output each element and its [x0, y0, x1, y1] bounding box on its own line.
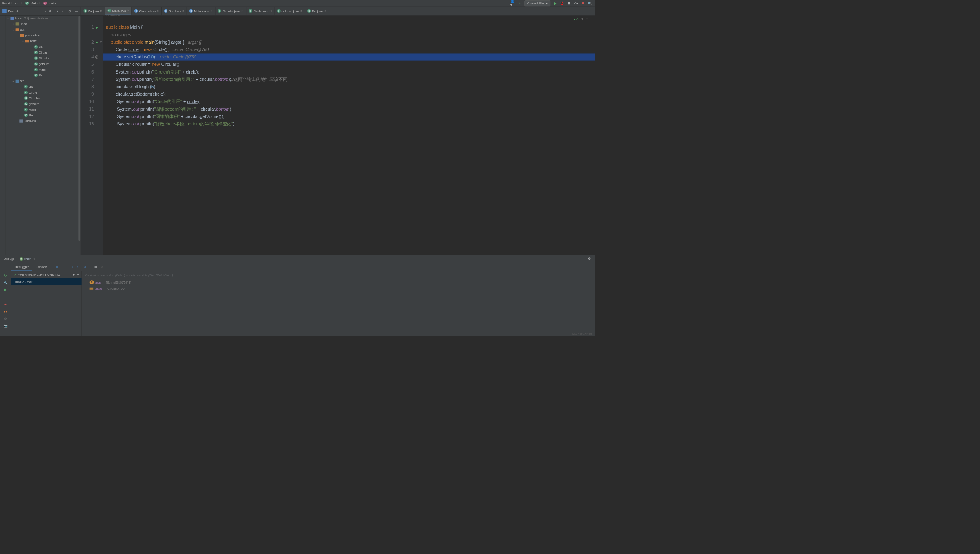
fold-mark[interactable]	[99, 98, 103, 105]
tab-Circle.class[interactable]: CCircle.class×	[132, 7, 162, 15]
line-number[interactable]: 2▶	[81, 38, 99, 46]
code-line[interactable]: circular.setHeight(5);	[103, 83, 595, 90]
code-line[interactable]: Circle circle = new Circle(); circle: Ci…	[103, 46, 595, 53]
hide-icon[interactable]: —	[75, 9, 78, 13]
line-number[interactable]: 1▶	[81, 24, 99, 31]
tree-item[interactable]: lianxi.iml	[5, 118, 80, 124]
tab-Circle.java[interactable]: CCircle.java×	[246, 7, 274, 15]
variable-row[interactable]: ›circle = {Circle@760}	[82, 286, 595, 292]
fold-mark[interactable]	[99, 61, 103, 68]
chevron-icon[interactable]: ⌄	[7, 16, 11, 20]
tab-Ba.java[interactable]: CBa.java×	[81, 7, 105, 15]
code-line[interactable]: System.out.println("修改circle半径, bottom的半…	[103, 120, 595, 127]
modify-icon[interactable]: 🔧	[4, 281, 8, 284]
tab-getsum.java[interactable]: Cgetsum.java×	[274, 7, 305, 15]
debug-icon[interactable]: 🐞	[560, 1, 564, 5]
line-number[interactable]: 12	[81, 113, 99, 120]
settings-icon[interactable]: ⚙	[68, 9, 71, 13]
collapse-all-icon[interactable]: ⇤	[62, 9, 65, 13]
fold-mark[interactable]	[99, 24, 103, 31]
close-icon[interactable]: ×	[100, 9, 102, 13]
code-area[interactable]: no usages public class Main { no usages …	[103, 16, 595, 255]
project-dropdown-icon[interactable]: ▾	[45, 9, 46, 13]
close-icon[interactable]: ×	[127, 9, 129, 13]
variable-row[interactable]: Pargs = {String[0]@758} []	[82, 279, 595, 286]
breadcrumb-method[interactable]: main	[49, 1, 56, 5]
tree-item[interactable]: C Ra	[5, 72, 80, 78]
chevron-icon[interactable]: ⌄	[11, 28, 16, 31]
fold-mark[interactable]	[99, 113, 103, 120]
tree-item[interactable]: ⌄ lianxiD:\javacode\lianxi	[5, 16, 80, 21]
line-number[interactable]: 4	[81, 53, 99, 60]
close-icon[interactable]: ×	[211, 9, 213, 13]
run-gutter-icon[interactable]: ▶	[96, 25, 98, 29]
tree-item[interactable]: ⌄ out	[5, 27, 80, 33]
tab-Main.java[interactable]: CMain.java×	[105, 7, 132, 15]
line-number[interactable]: 6	[81, 68, 99, 76]
line-number[interactable]: 7	[81, 76, 99, 83]
line-number[interactable]: 8	[81, 83, 99, 90]
fold-mark[interactable]	[99, 31, 103, 38]
add-watch-icon[interactable]: +	[589, 273, 591, 277]
tree-item[interactable]: C Main	[5, 107, 80, 112]
tree-item[interactable]: ⌄ production	[5, 32, 80, 38]
line-number[interactable]: 5	[81, 61, 99, 68]
line-gutter[interactable]: 1▶2▶345678910111213	[81, 16, 99, 255]
fold-mark[interactable]	[99, 105, 103, 113]
stop-icon[interactable]: ■	[4, 302, 7, 306]
build-icon[interactable]: ↘	[517, 1, 522, 5]
step-over-icon[interactable]: ⤴	[66, 265, 68, 269]
close-icon[interactable]: ×	[300, 9, 302, 13]
code-line[interactable]: System.out.println("Circle的引用" + circle)…	[103, 98, 595, 105]
fold-mark[interactable]	[99, 90, 103, 98]
tree-item[interactable]: › .idea	[5, 21, 80, 27]
tree-item[interactable]: C Ra	[5, 112, 80, 118]
project-title[interactable]: Project	[8, 9, 44, 13]
pause-icon[interactable]: ⏸	[4, 295, 7, 299]
code-line[interactable]: public static void main(String[] args) {…	[103, 38, 595, 46]
scrollbar[interactable]	[78, 16, 80, 241]
run-icon[interactable]: ▶	[553, 1, 557, 5]
search-icon[interactable]: 🔍	[588, 1, 592, 5]
evaluate-icon[interactable]: ▦	[94, 265, 97, 269]
chevron-icon[interactable]: ⌄	[16, 34, 20, 37]
tree-item[interactable]: C Circular	[5, 95, 80, 101]
code-line[interactable]: circle.setRadius(10); circle: Circle@760	[103, 53, 595, 60]
line-number[interactable]: 9	[81, 90, 99, 98]
step-into-icon[interactable]: ↓	[71, 265, 73, 269]
expand-all-icon[interactable]: ⇥	[56, 9, 58, 13]
step-out-icon[interactable]: ↑	[77, 265, 78, 269]
close-icon[interactable]: ×	[324, 9, 326, 13]
tab-console[interactable]: Console	[32, 263, 51, 271]
breadcrumb-class[interactable]: Main	[31, 1, 38, 5]
run-gutter-icon[interactable]: ▶	[96, 40, 98, 44]
tab-Main.class[interactable]: CMain.class×	[187, 7, 216, 15]
stop-icon[interactable]: ■	[581, 1, 585, 5]
fold-mark[interactable]	[99, 53, 103, 60]
mute-bp-icon[interactable]: ⊘	[4, 317, 7, 320]
project-tree[interactable]: ⌄ lianxiD:\javacode\lianxi › .idea ⌄ out…	[5, 16, 81, 255]
breadcrumb[interactable]: lianxi 〉 src 〉 C Main 〉 m main	[2, 1, 56, 5]
code-line[interactable]: Circular circular = new Circular();	[103, 61, 595, 68]
tab-Circular.java[interactable]: CCircular.java×	[215, 7, 246, 15]
tree-item[interactable]: C Circle	[5, 49, 80, 55]
user-icon[interactable]: 👤▾	[510, 1, 515, 5]
rerun-icon[interactable]: ↻	[4, 274, 7, 277]
tab-Ra.java[interactable]: CRa.java×	[305, 7, 329, 15]
filter-icon[interactable]: ▼	[72, 273, 76, 276]
thread-title[interactable]: "main"@1 in ...in": RUNNING	[18, 273, 60, 276]
close-icon[interactable]: ×	[241, 9, 243, 13]
code-line[interactable]: System.out.println("圆锥bottom的引用: " + cir…	[103, 105, 595, 113]
fold-mark[interactable]	[99, 83, 103, 90]
profiler-icon[interactable]: ⟲▾	[574, 1, 578, 5]
no-entry-icon[interactable]	[95, 55, 98, 58]
tab-Ba.class[interactable]: CBa.class×	[162, 7, 187, 15]
close-icon[interactable]: ×	[270, 9, 272, 13]
tree-item[interactable]: ⌄ src	[5, 78, 80, 84]
close-icon[interactable]: ×	[33, 257, 35, 261]
code-line[interactable]: circular.setBottom(circle);	[103, 90, 595, 98]
tree-item[interactable]: C Ba	[5, 44, 80, 49]
run-config-select[interactable]: Current File ▾	[524, 0, 550, 6]
frames-pane[interactable]: ✔ "main"@1 in ...in": RUNNING ▼ ▾ main:4…	[11, 271, 82, 336]
fold-gutter[interactable]: ⊟	[99, 16, 103, 255]
